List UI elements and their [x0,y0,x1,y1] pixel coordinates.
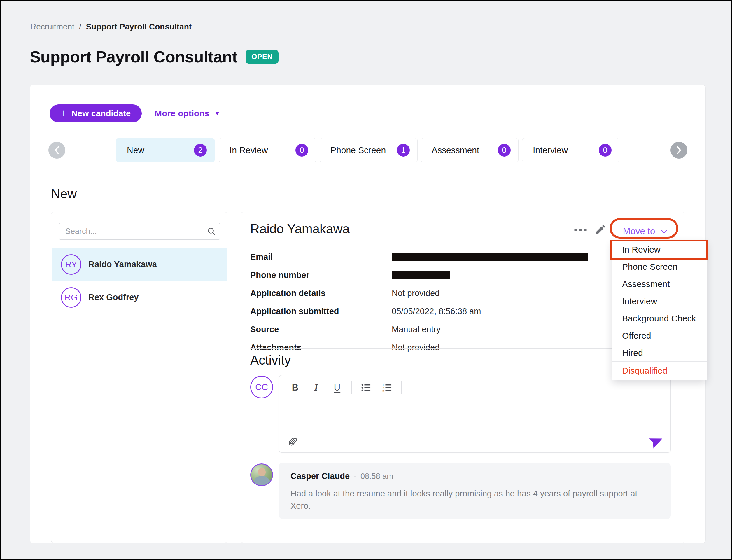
comment-input-area[interactable] [286,402,663,431]
candidate-row[interactable]: RY Raido Yamakawa [52,248,227,281]
comment-header: Casper Claude - 08:58 am [290,471,659,481]
menu-item-disqualified[interactable]: Disqualified [612,362,707,380]
field-label: Phone number [250,270,392,280]
stage-count-badge: 0 [599,144,612,157]
svg-text:3: 3 [382,389,384,393]
more-options-button[interactable]: More options ▼ [155,109,220,118]
app-page: Recruitment / Support Payroll Consultant… [1,1,731,559]
current-user-avatar: CC [250,376,273,398]
stage-tab-interview[interactable]: Interview 0 [522,138,619,162]
move-to-label: Move to [623,226,655,237]
comment-text: Had a look at the resume and it looks re… [290,487,659,512]
stage-count-badge: 2 [194,144,207,157]
field-value: Not provided [392,288,439,298]
toolbar-separator [401,381,402,394]
breadcrumb-current: Support Payroll Consultant [86,22,192,31]
commenter-avatar [250,463,273,486]
comment-editor: B I U 1 2 3 [279,375,671,453]
divider [250,348,675,349]
toolbar-separator [351,381,352,394]
chevron-down-icon [660,229,668,234]
comment-timestamp: 08:58 am [360,472,393,481]
avatar: RG [61,287,81,308]
field-label: Application details [250,288,392,298]
editor-toolbar: B I U 1 2 3 [286,379,404,396]
field-label: Email [250,252,392,262]
carousel-next-button[interactable] [670,142,687,159]
search-icon [207,227,216,236]
more-actions-button[interactable] [574,229,587,231]
comment-separator: - [354,472,356,481]
menu-item-in-review[interactable]: In Review [612,241,707,258]
breadcrumb-separator: / [79,22,81,31]
stage-count-badge: 0 [498,144,511,157]
section-heading: New [51,187,77,201]
page-title: Support Payroll Consultant [30,47,237,66]
activity-comment: Casper Claude - 08:58 am Had a look at t… [279,463,671,519]
actions-row: + New candidate More options ▼ [50,104,220,123]
search-input[interactable] [59,223,220,240]
move-to-menu: In Review Phone Screen Assessment Interv… [612,241,707,380]
candidate-list-panel: RY Raido Yamakawa RG Rex Godfrey [51,212,227,543]
candidate-name: Rex Godfrey [88,293,139,302]
send-button[interactable] [649,434,664,448]
send-icon [647,431,666,451]
field-value: 05/05/2022, 8:56:38 am [392,307,481,316]
recruitment-card: + New candidate More options ▼ New 2 In … [30,85,706,543]
redaction-bar-phone [392,271,450,279]
stage-label: Assessment [432,145,479,155]
new-candidate-label: New candidate [71,109,131,118]
field-label: Source [250,325,392,334]
menu-item-interview[interactable]: Interview [612,293,707,310]
bold-button[interactable]: B [286,380,304,395]
menu-item-background-check[interactable]: Background Check [612,310,707,327]
menu-item-hired[interactable]: Hired [612,344,707,361]
more-options-label: More options [155,109,209,118]
redaction-bar-email [392,253,588,261]
stage-tab-assessment[interactable]: Assessment 0 [421,138,519,162]
stage-label: In Review [230,145,268,155]
attach-file-button[interactable] [286,435,299,448]
candidate-detail-name: Raido Yamakawa [250,222,350,236]
edit-button[interactable] [594,223,607,237]
page-header: Support Payroll Consultant OPEN [30,47,279,66]
numbered-list-button[interactable]: 1 2 3 [378,380,396,395]
stage-label: Phone Screen [330,145,386,155]
underline-button[interactable]: U [328,380,346,395]
divider [250,243,675,243]
carousel-prev-button[interactable] [48,142,65,159]
paperclip-icon [286,435,299,448]
field-label: Application submitted [250,307,392,316]
avatar: RY [61,254,81,275]
stage-tab-phone-screen[interactable]: Phone Screen 1 [320,138,418,162]
menu-item-phone-screen[interactable]: Phone Screen [612,258,707,275]
activity-heading: Activity [250,353,291,367]
breadcrumb: Recruitment / Support Payroll Consultant [30,22,192,31]
status-badge: OPEN [246,50,279,64]
field-label: Attachments [250,343,392,352]
chevron-right-icon [676,146,682,155]
breadcrumb-recruitment[interactable]: Recruitment [30,22,74,31]
stage-count-badge: 0 [295,144,308,157]
move-to-button[interactable]: Move to [613,223,678,239]
italic-button[interactable]: I [307,380,325,395]
menu-item-offered[interactable]: Offered [612,327,707,344]
plus-icon: + [61,108,67,118]
stage-label: Interview [533,145,568,155]
chevron-left-icon [54,146,60,155]
field-value: Not provided [392,343,439,352]
new-candidate-button[interactable]: + New candidate [50,104,142,123]
candidate-row[interactable]: RG Rex Godfrey [52,281,227,314]
bullet-list-button[interactable] [357,380,375,395]
candidate-name: Raido Yamakawa [88,260,157,269]
search-box [59,223,220,240]
numbered-list-icon: 1 2 3 [381,382,393,393]
stage-label: New [127,145,144,155]
menu-item-assessment[interactable]: Assessment [612,275,707,293]
comment-author: Casper Claude [290,471,350,481]
field-value: Manual entry [392,325,441,334]
stage-tab-new[interactable]: New 2 [116,138,215,162]
stage-tab-in-review[interactable]: In Review 0 [219,138,316,162]
stage-count-badge: 1 [397,144,410,157]
avatar-photo [258,468,266,477]
